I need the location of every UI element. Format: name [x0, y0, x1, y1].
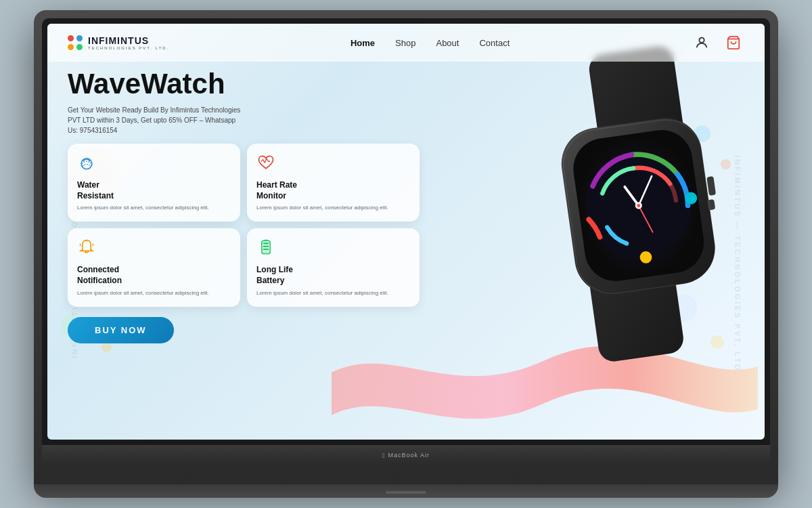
nav-links: Home Shop About Contact [351, 38, 510, 48]
card-water-desc: Lorem ipsum dolor sit amet, consectetur … [77, 204, 231, 212]
laptop-outer: INFIMINTUS — TECHNOLOGIES PVT. LTD. INFI… [34, 10, 778, 484]
water-icon [77, 153, 231, 176]
svg-rect-8 [263, 252, 269, 253]
card-water-title: WaterResistant [77, 180, 231, 201]
nav-contact[interactable]: Contact [479, 38, 510, 48]
card-heart-title: Heart RateMonitor [256, 180, 410, 201]
card-battery-desc: Lorem ipsum dolor sit amet, consectetur … [256, 289, 410, 297]
hero-title: WaveWatch [68, 68, 420, 100]
macbook-model: MacBook Air [388, 452, 430, 459]
nav-icons [691, 32, 744, 54]
brand-tagline: Technologies PVT. LTD. [88, 46, 169, 50]
heart-icon [256, 153, 410, 176]
laptop-chin [34, 484, 778, 498]
svg-rect-7 [263, 249, 269, 251]
cart-icon[interactable] [723, 32, 744, 54]
card-battery-title: Long LifeBattery [256, 265, 410, 286]
logo-dot-blue [76, 35, 83, 41]
svg-rect-6 [263, 246, 269, 248]
nav-shop[interactable]: Shop [395, 38, 415, 48]
nav-home[interactable]: Home [351, 38, 375, 48]
buy-now-button[interactable]: BUY NOW [68, 317, 174, 343]
nav-about[interactable]: About [436, 38, 459, 48]
card-battery: Long LifeBattery Lorem ipsum dolor sit a… [247, 228, 420, 306]
card-notification: ConnectedNotification Lorem ipsum dolor … [68, 228, 240, 306]
card-heart-desc: Lorem ipsum dolor sit amet, consectetur … [256, 204, 410, 212]
logo-dot-orange [68, 44, 74, 50]
macbook-bottom-bar:  MacBook Air [42, 445, 770, 465]
navbar: InfiminTus Technologies PVT. LTD. Home S… [47, 24, 765, 62]
feature-cards: WaterResistant Lorem ipsum dolor sit ame… [68, 144, 420, 306]
logo-dot-red [68, 35, 74, 41]
card-heart-rate: Heart RateMonitor Lorem ipsum dolor sit … [247, 144, 420, 221]
watch-display [514, 41, 758, 366]
logo-dots [68, 35, 83, 50]
right-column [420, 68, 744, 433]
apple-icon:  [382, 452, 386, 459]
logo: InfiminTus Technologies PVT. LTD. [68, 35, 169, 50]
bell-icon [77, 238, 231, 261]
svg-rect-4 [264, 240, 267, 242]
laptop-wrapper: INFIMINTUS — TECHNOLOGIES PVT. LTD. INFI… [34, 10, 778, 498]
svg-point-2 [81, 158, 92, 169]
hero-subtitle: Get Your Website Ready Build By Infimint… [68, 105, 244, 135]
screen: INFIMINTUS — TECHNOLOGIES PVT. LTD. INFI… [47, 24, 765, 440]
card-notif-title: ConnectedNotification [77, 265, 231, 286]
brand-name: InfiminTus [88, 35, 169, 46]
macbook-label:  MacBook Air [382, 452, 430, 459]
battery-icon [256, 238, 410, 261]
svg-rect-5 [263, 242, 269, 245]
screen-bezel: INFIMINTUS — TECHNOLOGIES PVT. LTD. INFI… [42, 18, 770, 445]
card-notif-desc: Lorem ipsum dolor sit amet, consectetur … [77, 289, 231, 297]
main-content: WaveWatch Get Your Website Ready Build B… [47, 62, 765, 440]
svg-point-0 [699, 38, 704, 43]
left-column: WaveWatch Get Your Website Ready Build B… [68, 68, 420, 433]
card-water-resistant: WaterResistant Lorem ipsum dolor sit ame… [68, 144, 240, 221]
user-icon[interactable] [691, 32, 713, 54]
trackpad-notch [386, 491, 426, 494]
logo-text: InfiminTus Technologies PVT. LTD. [88, 35, 169, 50]
logo-dot-green [76, 44, 83, 50]
